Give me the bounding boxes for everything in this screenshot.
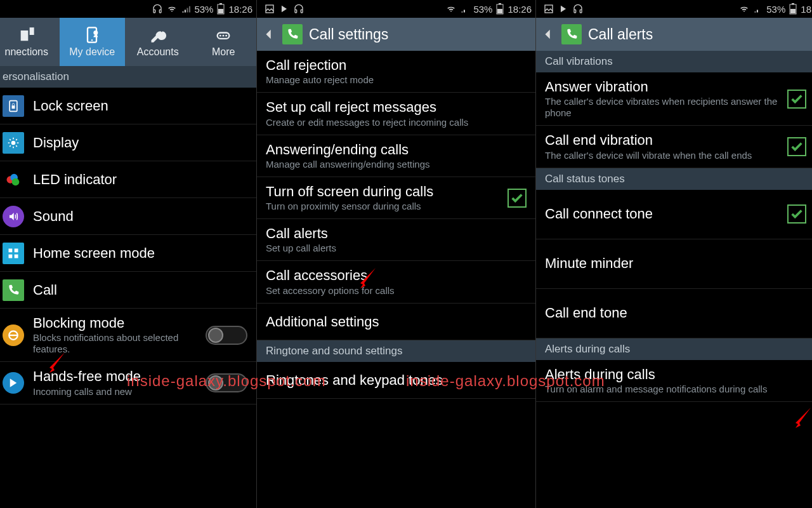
list-item-turn-off-screen[interactable]: Turn off screen during callsTurn on prox… [257,177,535,219]
list-item-answering-ending[interactable]: Answering/ending callsManage call answer… [257,135,535,177]
list-item-call-accessories[interactable]: Call accessoriesSet accessory options fo… [257,261,535,303]
list-item-blocking-mode[interactable]: Blocking modeBlocks notifications about … [0,309,256,362]
svg-point-7 [94,30,98,35]
list-item-alerts-during-calls[interactable]: Alerts during callsTurn on alarm and mes… [536,360,812,402]
clock: 18:26 [228,4,252,15]
tab-accounts[interactable]: Accounts [125,18,191,66]
item-subtitle: Blocks notifications about selected feat… [33,332,206,355]
item-title: Blocking mode [33,315,206,331]
list-item-home-screen-mode[interactable]: Home screen mode [0,235,256,272]
wifi-icon [738,4,750,13]
item-title: Hands-free mode [33,368,206,384]
call-alerts-panel: 53% 18 Call alerts Call vibrations Answe… [536,0,812,508]
list-item-call-connect-tone[interactable]: Call connect tone [536,190,812,239]
svg-rect-22 [15,254,18,258]
item-title: Minute minder [545,255,806,271]
headphones-icon [573,4,583,14]
page-title: Call settings [309,26,388,43]
list-item-answer-vibration[interactable]: Answer vibrationThe caller's device vibr… [536,72,812,126]
display-icon [3,132,24,154]
tab-label: nnections [5,46,49,58]
answer-vibration-checkbox[interactable] [787,90,806,109]
hands-free-toggle[interactable] [206,373,247,392]
turn-off-screen-checkbox[interactable] [508,189,527,208]
list-item-call-rejection[interactable]: Call rejectionManage auto reject mode [257,51,535,93]
wifi-icon [445,4,457,13]
section-personalisation: ersonalisation [0,66,256,88]
battery-icon [217,3,225,15]
svg-rect-32 [574,10,576,13]
svg-point-11 [223,35,225,37]
item-subtitle: The caller's device vibrates when recipi… [545,96,787,119]
list-item-reject-messages[interactable]: Set up call reject messagesCreate or edi… [257,93,535,135]
list-item-led[interactable]: LED indicator [0,161,256,198]
item-title: Sound [33,208,247,224]
item-title: Ringtones and keypad tones [266,372,527,388]
battery-icon [789,3,797,15]
svg-rect-30 [497,9,502,13]
svg-rect-19 [9,248,13,252]
svg-point-15 [11,140,16,145]
svg-rect-4 [218,9,223,13]
item-subtitle: Set up call alerts [266,243,527,254]
item-title: Call [33,282,247,298]
picture-icon [544,4,554,14]
svg-rect-31 [545,5,553,13]
tab-label: Accounts [137,46,179,58]
list-item-call-end-tone[interactable]: Call end tone [536,289,812,338]
call-connect-tone-checkbox[interactable] [787,204,806,224]
list-item-minute-minder[interactable]: Minute minder [536,239,812,289]
call-settings-list: Call rejectionManage auto reject mode Se… [257,51,535,508]
home-screen-icon [3,243,24,264]
section-call-status-tones: Call status tones [536,168,812,190]
item-title: Call connect tone [545,206,787,222]
battery-percent: 53% [473,4,492,15]
headphones-icon [294,4,304,14]
status-bar: 53% 18:26 [0,0,256,18]
svg-rect-29 [499,3,501,4]
picture-icon [265,4,275,14]
section-ringtone-sound: Ringtone and sound settings [257,340,535,362]
list-item-display[interactable]: Display [0,124,256,161]
item-title: Call alerts [266,225,527,241]
list-item-call-alerts[interactable]: Call alertsSet up call alerts [257,219,535,261]
list-item-hands-free-mode[interactable]: Hands-free modeIncoming calls and new [0,362,256,404]
item-subtitle: The caller's device will vibrate when th… [545,150,787,161]
item-title: Set up call reject messages [266,99,527,115]
svg-rect-3 [219,3,222,4]
tab-more[interactable]: More [191,18,257,66]
svg-point-12 [226,35,228,37]
tab-label: More [212,46,235,58]
tab-connections[interactable]: nnections [0,18,60,66]
svg-point-6 [91,39,93,41]
headphones-icon [152,4,162,14]
section-call-vibrations: Call vibrations [536,51,812,72]
call-end-vibration-checkbox[interactable] [787,137,806,156]
item-title: Turn off screen during calls [266,184,508,199]
page-title: Call alerts [588,26,653,43]
item-title: Lock screen [33,98,247,114]
list-item-lock-screen[interactable]: Lock screen [0,88,256,124]
phone-app-icon [282,24,303,44]
phone-app-icon [561,24,582,44]
back-icon[interactable] [541,27,555,41]
list-item-additional-settings[interactable]: Additional settings [257,304,535,340]
list-item-call[interactable]: Call [0,272,256,309]
call-settings-header: Call settings [257,18,535,51]
battery-percent: 53% [766,4,785,15]
list-item-call-end-vibration[interactable]: Call end vibrationThe caller's device wi… [536,126,812,168]
wifi-icon [166,4,178,13]
back-icon[interactable] [262,27,276,41]
svg-rect-1 [160,10,162,13]
list-item-sound[interactable]: Sound [0,198,256,235]
hands-free-icon [3,372,24,394]
item-title: Home screen mode [33,245,247,261]
signal-icon [181,4,190,13]
item-subtitle: Manage auto reject mode [266,74,527,86]
svg-point-10 [219,35,221,37]
list-item-ringtones-keypad[interactable]: Ringtones and keypad tones [257,362,535,399]
play-icon [280,4,289,14]
blocking-mode-toggle[interactable] [206,326,247,345]
item-title: Additional settings [266,314,527,330]
tab-my-device[interactable]: My device [60,18,126,66]
